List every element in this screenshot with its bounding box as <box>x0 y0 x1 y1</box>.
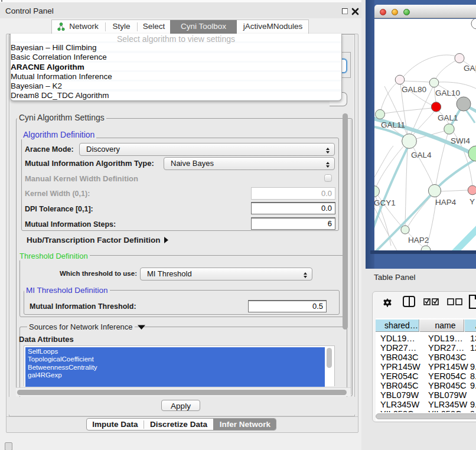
svg-text:GAL10: GAL10 <box>435 89 460 97</box>
svg-text:HAP4: HAP4 <box>435 198 457 207</box>
svg-text:HAP2: HAP2 <box>408 236 429 244</box>
svg-text:GAL11: GAL11 <box>381 120 405 129</box>
svg-text:GAL80: GAL80 <box>402 85 426 94</box>
svg-text:GAL1: GAL1 <box>438 113 458 122</box>
svg-text:GAL4: GAL4 <box>411 151 432 159</box>
svg-text:Y: Y <box>470 197 475 206</box>
svg-text:GAL: GAL <box>464 64 476 73</box>
svg-text:SWI4: SWI4 <box>451 136 470 145</box>
svg-text:GCY1: GCY1 <box>374 198 396 207</box>
